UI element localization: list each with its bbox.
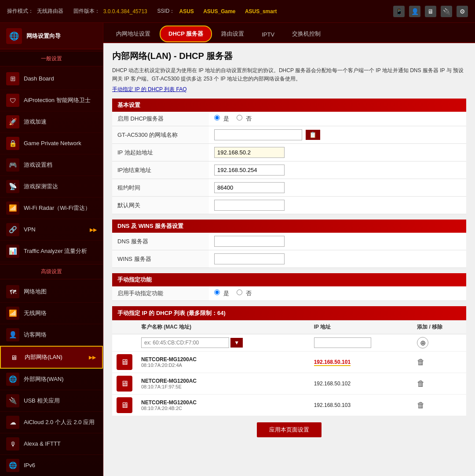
delete-device3-button[interactable]: 🗑 (417, 401, 425, 410)
sidebar-label-game-radar: 游戏探测雷达 (24, 183, 97, 190)
tab-dhcp[interactable]: DHCP 服务器 (160, 26, 212, 42)
device3-ip: 192.168.50.103 (314, 402, 351, 408)
sidebar-item-dashboard[interactable]: ⊞ Dash Board (0, 68, 103, 90)
sidebar-item-guest-network[interactable]: 👤 访客网络 (0, 324, 103, 346)
firmware-link[interactable]: 3.0.0.4.384_45713 (103, 8, 147, 15)
tab-lan-ip[interactable]: 内网地址设置 (108, 25, 159, 42)
sidebar-item-game-radar[interactable]: 📡 游戏探测雷达 (0, 176, 103, 198)
domain-name-row: GT-AC5300 的网域名称 📋 (112, 126, 466, 144)
user-icon[interactable]: 👤 (409, 6, 420, 17)
tab-iptv[interactable]: IPTV (253, 26, 283, 42)
lease-time-control (209, 179, 466, 197)
ip-start-input[interactable] (214, 147, 285, 158)
device2-icon-cell: 🖥 (112, 373, 137, 395)
ssid2: ASUS_Game (203, 8, 235, 15)
manual-yes-label[interactable]: 是 (214, 290, 230, 297)
lease-time-input[interactable] (214, 182, 285, 193)
col-icon (112, 320, 137, 334)
sidebar-item-vpn[interactable]: 🔗 VPN ▶▶ (0, 219, 103, 241)
tab-routing[interactable]: 路由设置 (213, 25, 252, 42)
sidebar-item-game-profile[interactable]: 🎮 游戏设置档 (0, 154, 103, 176)
device1-ip-cell: 192.168.50.101 (310, 352, 413, 373)
mobile-icon[interactable]: 📱 (393, 6, 405, 17)
wins-server-label: WINS 服务器 (112, 250, 209, 268)
guest-icon: 👤 (6, 328, 19, 341)
ip-end-input[interactable] (214, 165, 285, 176)
faq-link[interactable]: 手动指定 IP 的 DHCP 列表 FAQ (112, 86, 187, 92)
sidebar-item-netmap[interactable]: 🗺 网络地图 (0, 281, 103, 303)
sidebar-item-aicloud[interactable]: ☁ AiCloud 2.0 个人云 2.0 应用 (0, 412, 103, 433)
sidebar-item-gpn[interactable]: 🔒 Game Private Network (0, 133, 103, 154)
delete-device1-button[interactable]: 🗑 (417, 358, 425, 367)
mac-input-cell: ▼ (137, 334, 310, 352)
mode-value: 无线路由器 (37, 7, 63, 15)
content-area: 内网地址设置 DHCP 服务器 路由设置 IPTV 交换机控制 内部网络(LAN… (103, 23, 475, 476)
traffic-icon: 📊 (6, 245, 19, 258)
monitor-icon[interactable]: 🖥 (425, 6, 436, 17)
advanced-section-header: 高级设置 (0, 264, 103, 279)
wins-server-input[interactable] (214, 253, 285, 264)
sidebar-item-wifi-radar[interactable]: 📶 Wi-Fi Radar（Wi-Fi雷达） (0, 198, 103, 219)
dhcp-list-table: 客户名称 (MAC 地址) IP 地址 添加 / 移除 ▼ (112, 320, 466, 416)
sidebar-label-traffic: Traffic Analyzer 流量分析 (24, 248, 97, 255)
mac-address-input[interactable] (141, 337, 229, 348)
usb-icon[interactable]: 🔌 (441, 6, 452, 17)
enable-dhcp-yes-radio[interactable] (214, 115, 220, 121)
apply-button[interactable]: 应用本页面设置 (257, 422, 322, 437)
sidebar-item-aiprotection[interactable]: 🛡 AiProtection 智能网络卫士 (0, 90, 103, 111)
table-row: 🖥 NETCORE-MG1200AC 08:10:7A:1F:97:5E 192… (112, 373, 466, 395)
sidebar-label-ipv6: IPv6 (24, 462, 97, 469)
sidebar-logo[interactable]: 🌐 网络设置向导 (0, 23, 103, 49)
default-gw-input[interactable] (214, 200, 285, 211)
sidebar-item-usb[interactable]: 🔌 USB 相关应用 (0, 390, 103, 412)
sidebar-item-alexa[interactable]: 🎙 Alexa & IFTTT (0, 433, 103, 455)
device2-info-cell: NETCORE-MG1200AC 08:10:7A:1F:97:5E (137, 373, 310, 395)
lan-arrow-icon: ▶▶ (89, 355, 96, 360)
new-ip-input[interactable] (314, 337, 371, 348)
manual-no-radio[interactable] (237, 289, 242, 295)
enable-dhcp-no-label[interactable]: 否 (237, 115, 252, 122)
dns-server-input[interactable] (214, 236, 285, 247)
sidebar-label-wifi-radar: Wi-Fi Radar（Wi-Fi雷达） (24, 205, 97, 212)
enable-dhcp-control: 是 否 (209, 112, 466, 126)
ip-end-row: IP池结束地址 (112, 161, 466, 179)
device2-mac: 08:10:7A:1F:97:5E (141, 384, 305, 389)
lease-time-row: 租约时间 (112, 179, 466, 197)
domain-name-label: GT-AC5300 的网域名称 (112, 126, 209, 144)
tab-switch[interactable]: 交换机控制 (284, 25, 329, 42)
enable-dhcp-no-radio[interactable] (237, 115, 242, 121)
alexa-icon: 🎙 (6, 437, 19, 450)
input-row-icon-cell (112, 334, 137, 352)
sidebar-item-wan[interactable]: 🌐 外部网络(WAN) (0, 369, 103, 390)
settings-icon[interactable]: ⚙ (457, 6, 468, 17)
lan-icon: 🖥 (7, 351, 20, 364)
domain-name-btn[interactable]: 📋 (306, 130, 320, 140)
default-gw-label: 默认网关 (112, 197, 209, 214)
domain-name-input[interactable] (214, 129, 302, 140)
device1-mac: 08:10:7A:20:D2:4A (141, 362, 305, 368)
domain-name-control: 📋 (209, 126, 466, 144)
sidebar-item-game-accel[interactable]: 🚀 游戏加速 (0, 111, 103, 133)
device1-info-cell: NETCORE-MG1200AC 08:10:7A:20:D2:4A (137, 352, 310, 373)
manual-yes-radio[interactable] (214, 289, 220, 295)
device2-icon: 🖥 (117, 376, 132, 392)
device2-action-cell: 🗑 (413, 373, 466, 395)
sidebar: 🌐 网络设置向导 一般设置 ⊞ Dash Board 🛡 AiProtectio… (0, 23, 103, 476)
mac-dropdown-btn[interactable]: ▼ (230, 338, 243, 348)
device3-mac: 08:10:7A:20:4B:2C (141, 406, 305, 411)
manual-no-label[interactable]: 否 (237, 290, 252, 297)
delete-device2-button[interactable]: 🗑 (417, 379, 425, 388)
sidebar-item-ipv6[interactable]: 🌐 IPv6 (0, 455, 103, 476)
enable-dhcp-yes-label[interactable]: 是 (214, 115, 230, 122)
sidebar-item-wireless[interactable]: 📶 无线网络 (0, 303, 103, 324)
dhcp-input-row: ▼ ⊕ (112, 334, 466, 352)
device3-ip-cell: 192.168.50.103 (310, 395, 413, 416)
add-entry-button[interactable]: ⊕ (417, 337, 428, 348)
device3-action-cell: 🗑 (413, 395, 466, 416)
sidebar-item-lan[interactable]: 🖥 内部网络(LAN) ▶▶ (0, 346, 103, 369)
sidebar-item-traffic[interactable]: 📊 Traffic Analyzer 流量分析 (0, 241, 103, 262)
manual-no-text: 否 (246, 290, 252, 297)
ip-start-row: IP 池起始地址 (112, 144, 466, 161)
enable-manual-radios: 是 否 (214, 289, 461, 297)
aicloud-icon: ☁ (6, 416, 19, 429)
